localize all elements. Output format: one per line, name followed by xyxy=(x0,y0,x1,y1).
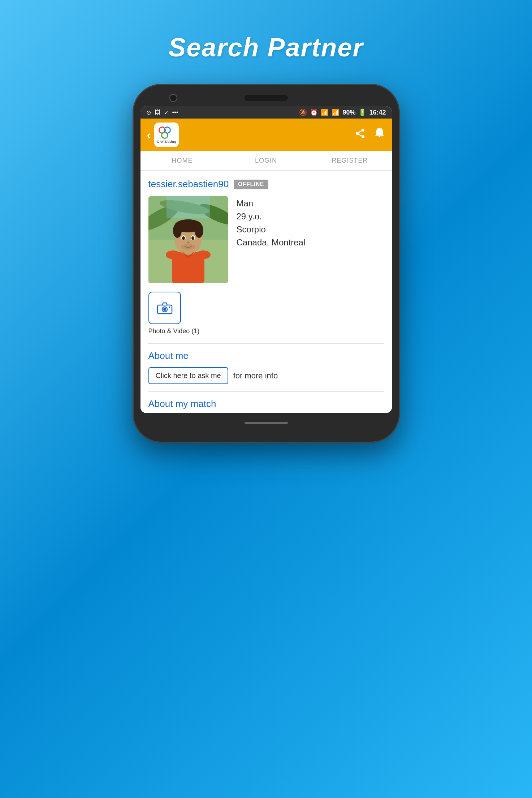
svg-point-22 xyxy=(181,244,195,250)
svg-point-1 xyxy=(356,132,359,135)
svg-point-15 xyxy=(173,223,182,238)
status-icon-2: 🖼 xyxy=(155,109,160,116)
svg-line-4 xyxy=(358,131,362,133)
nav-tabs: HOME LOGIN REGISTER xyxy=(140,151,392,171)
svg-point-16 xyxy=(195,223,203,238)
svg-point-0 xyxy=(362,129,364,132)
phone-shell: ⊙ 🖼 ✓ ••• 🔕 ⏰ 📶 📶 90% 🔋 16:42 ‹ xyxy=(133,84,400,443)
mute-icon: 🔕 xyxy=(299,108,307,116)
page-title: Search Partner xyxy=(168,33,363,62)
front-camera xyxy=(169,94,177,102)
divider-2 xyxy=(148,391,384,392)
svg-point-2 xyxy=(362,135,364,138)
screen: ⊙ 🖼 ✓ ••• 🔕 ⏰ 📶 📶 90% 🔋 16:42 ‹ xyxy=(140,106,392,413)
svg-point-23 xyxy=(166,250,180,259)
profile-zodiac: Scorpio xyxy=(237,224,306,235)
ask-me-row: Click here to ask me for more info xyxy=(148,367,384,384)
speaker xyxy=(245,95,288,101)
alarm-icon: ⏰ xyxy=(310,108,318,116)
logo-rings xyxy=(159,126,174,140)
tab-home[interactable]: HOME xyxy=(140,151,224,170)
battery-percent: 90% xyxy=(342,109,355,116)
status-icon-1: ⊙ xyxy=(146,109,151,116)
status-bar: ⊙ 🖼 ✓ ••• 🔕 ⏰ 📶 📶 90% 🔋 16:42 xyxy=(140,106,392,119)
app-header: ‹ GAY Dating xyxy=(140,119,392,151)
profile-main: Man 29 y.o. Scorpio Canada, Montreal xyxy=(148,196,384,283)
share-icon[interactable] xyxy=(354,128,366,142)
profile-photo xyxy=(148,196,228,283)
app-logo: GAY Dating xyxy=(154,123,179,147)
svg-point-20 xyxy=(191,236,194,240)
tab-login[interactable]: LOGIN xyxy=(224,151,308,170)
back-button[interactable]: ‹ xyxy=(147,128,151,142)
header-right xyxy=(354,127,385,143)
tab-register[interactable]: REGISTER xyxy=(308,151,392,170)
header-left: ‹ GAY Dating xyxy=(147,123,179,147)
media-label: Photo & Video (1) xyxy=(148,327,384,335)
username-row: tessier.sebastien90 OFFLINE xyxy=(148,179,384,190)
about-match-title: About my match xyxy=(148,398,384,409)
svg-point-28 xyxy=(169,306,170,308)
media-thumb[interactable] xyxy=(148,292,181,324)
svg-rect-10 xyxy=(166,196,210,218)
media-section: Photo & Video (1) xyxy=(148,292,384,335)
svg-line-3 xyxy=(358,134,362,136)
status-icon-dots: ••• xyxy=(172,109,178,116)
wifi-icon: 📶 xyxy=(321,108,329,116)
ring-green xyxy=(161,132,168,139)
ask-me-button[interactable]: Click here to ask me xyxy=(148,367,228,384)
status-time: 16:42 xyxy=(369,109,386,116)
ask-me-suffix: for more info xyxy=(233,371,278,381)
svg-point-21 xyxy=(186,241,190,244)
battery-icon: 🔋 xyxy=(358,108,366,116)
status-badge: OFFLINE xyxy=(234,180,268,189)
svg-point-19 xyxy=(182,236,185,240)
about-me-title: About me xyxy=(148,350,384,361)
svg-point-27 xyxy=(163,308,166,311)
signal-icon: 📶 xyxy=(332,108,339,116)
camera-icon xyxy=(157,301,173,314)
bell-icon[interactable] xyxy=(374,127,385,143)
home-indicator xyxy=(245,422,288,424)
username-text: tessier.sebastien90 xyxy=(148,179,229,190)
status-icon-3: ✓ xyxy=(164,109,169,116)
svg-point-24 xyxy=(196,250,211,259)
status-left-icons: ⊙ 🖼 ✓ ••• xyxy=(146,109,178,116)
profile-info: Man 29 y.o. Scorpio Canada, Montreal xyxy=(237,196,306,283)
phone-top xyxy=(140,95,392,101)
logo-text: GAY Dating xyxy=(157,140,176,143)
profile-age: 29 y.o. xyxy=(237,211,306,222)
status-right-info: 🔕 ⏰ 📶 📶 90% 🔋 16:42 xyxy=(299,108,386,116)
divider-1 xyxy=(148,343,384,344)
profile-content: tessier.sebastien90 OFFLINE xyxy=(140,171,392,409)
profile-gender: Man xyxy=(237,198,306,209)
phone-bottom xyxy=(140,417,392,428)
profile-location: Canada, Montreal xyxy=(237,237,306,248)
